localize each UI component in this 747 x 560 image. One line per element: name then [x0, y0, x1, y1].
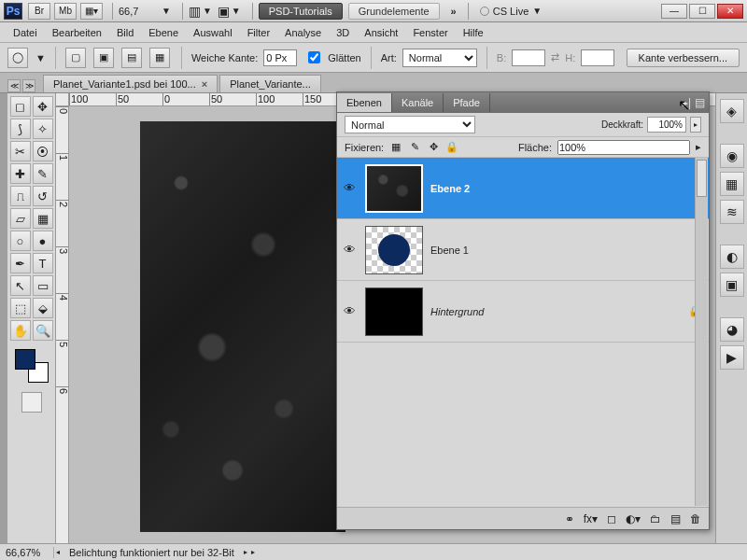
menu-hilfe[interactable]: Hilfe [456, 25, 491, 40]
zoom-dropdown-icon[interactable]: ▼ [162, 6, 171, 16]
menu-datei[interactable]: Datei [6, 25, 45, 40]
crop-tool[interactable]: ✂ [10, 141, 31, 161]
menu-bearbeiten[interactable]: Bearbeiten [45, 25, 109, 40]
path-select-tool[interactable]: ↖ [10, 275, 31, 296]
arrange-icon[interactable]: ▥ [189, 4, 201, 19]
style-select[interactable]: Normal [402, 49, 477, 67]
layer-row[interactable]: 👁 Hintergrund 🔒 [337, 281, 709, 343]
screenmode-icon[interactable]: ▣ [218, 4, 230, 19]
refine-edge-button[interactable]: Kante verbessern... [627, 49, 740, 67]
close-tab-icon[interactable]: × [202, 78, 207, 90]
fill-input[interactable] [557, 140, 690, 155]
status-nav-right-icon[interactable]: ▸ [244, 548, 247, 556]
3d-camera-tool[interactable]: ⬙ [33, 298, 53, 318]
actions-dock-icon[interactable]: ▶ [720, 345, 744, 370]
panel-scrollbar[interactable] [695, 158, 708, 506]
menu-fenster[interactable]: Fenster [405, 25, 455, 40]
delete-layer-icon[interactable]: 🗑 [690, 512, 701, 525]
layer-name[interactable]: Ebene 1 [430, 245, 705, 256]
doc-tab-2[interactable]: Planet_Variante... [219, 75, 321, 92]
feather-input[interactable] [263, 49, 297, 66]
eraser-tool[interactable]: ▱ [10, 208, 31, 229]
add-selection-icon[interactable]: ▣ [93, 48, 114, 68]
blur-tool[interactable]: ○ [10, 231, 31, 251]
tab-scroll-right-icon[interactable]: ≫ [22, 79, 35, 92]
lock-all-icon[interactable]: 🔒 [445, 141, 458, 154]
stamp-tool[interactable]: ⎍ [10, 186, 31, 206]
menu-ebene[interactable]: Ebene [141, 25, 186, 40]
layout-dropdown[interactable]: ▦▾ [80, 3, 103, 20]
minimize-button[interactable]: — [661, 4, 687, 19]
move-tool[interactable]: ✥ [33, 96, 53, 117]
3d-tool[interactable]: ⬚ [10, 298, 31, 318]
new-layer-icon[interactable]: ▤ [670, 512, 681, 525]
lock-position-icon[interactable]: ✥ [427, 141, 440, 154]
maximize-button[interactable]: ☐ [689, 4, 715, 19]
heal-tool[interactable]: ✚ [10, 163, 31, 184]
bridge-button[interactable]: Br [28, 3, 50, 20]
masks-dock-icon[interactable]: ▣ [720, 273, 744, 297]
hand-tool[interactable]: ✋ [10, 320, 31, 341]
zoom-tool[interactable]: 🔍 [33, 320, 53, 341]
swatches-dock-icon[interactable]: ▦ [720, 172, 744, 196]
layer-name[interactable]: Hintergrund [430, 306, 688, 317]
adjustment-layer-icon[interactable]: ◐▾ [626, 512, 641, 525]
wand-tool[interactable]: ✧ [33, 119, 53, 139]
tab-kanaele[interactable]: Kanäle [392, 93, 444, 112]
layers-dock-icon[interactable]: ◈ [720, 99, 744, 123]
visibility-icon[interactable]: 👁 [341, 181, 358, 195]
layer-thumbnail[interactable] [365, 226, 423, 274]
active-tool-icon[interactable]: ◯ [7, 48, 28, 68]
pen-tool[interactable]: ✒ [10, 253, 31, 273]
eyedropper-tool[interactable]: ⦿ [33, 141, 53, 161]
lock-transparent-icon[interactable]: ▦ [389, 141, 402, 154]
workspace-more-icon[interactable]: » [451, 6, 457, 17]
visibility-icon[interactable]: 👁 [341, 243, 358, 257]
lock-pixels-icon[interactable]: ✎ [408, 141, 421, 154]
color-swatches[interactable] [15, 349, 49, 383]
history-dock-icon[interactable]: ◕ [720, 317, 744, 342]
fill-stepper[interactable]: ▸ [696, 141, 701, 153]
tab-pfade[interactable]: Pfade [444, 93, 490, 112]
menu-filter[interactable]: Filter [240, 25, 277, 40]
new-selection-icon[interactable]: ▢ [65, 48, 86, 68]
menu-bild[interactable]: Bild [109, 25, 141, 40]
status-nav-left-icon[interactable]: ◂ [56, 548, 60, 556]
ruler-vertical[interactable]: 0123456 [56, 106, 69, 543]
menu-ansicht[interactable]: Ansicht [357, 25, 405, 40]
antialias-checkbox[interactable] [308, 51, 320, 63]
dodge-tool[interactable]: ● [33, 231, 53, 251]
status-zoom[interactable]: 66,67% [6, 547, 54, 558]
doc-tab-1[interactable]: Planet_Variante1.psd bei 100...× [43, 75, 218, 92]
opacity-stepper[interactable]: ▸ [690, 117, 701, 133]
workspace-psd-tutorials[interactable]: PSD-Tutorials [259, 3, 343, 20]
workspace-grundelemente[interactable]: Grundelemente [348, 3, 440, 20]
foreground-swatch[interactable] [15, 349, 35, 370]
shape-tool[interactable]: ▭ [33, 275, 53, 296]
close-button[interactable]: ✕ [717, 4, 743, 19]
document-canvas[interactable] [140, 121, 345, 532]
quickmask-button[interactable] [21, 392, 42, 413]
styles-dock-icon[interactable]: ≋ [720, 200, 744, 224]
tab-ebenen[interactable]: Ebenen [337, 93, 392, 112]
type-tool[interactable]: T [33, 253, 53, 273]
tab-scroll-left-icon[interactable]: ≪ [7, 79, 21, 92]
menu-auswahl[interactable]: Auswahl [186, 25, 240, 40]
marquee-tool[interactable]: ◻ [10, 96, 31, 117]
menu-analyse[interactable]: Analyse [277, 25, 329, 40]
subtract-selection-icon[interactable]: ▤ [121, 48, 142, 68]
mask-icon[interactable]: ◻ [607, 512, 616, 525]
adjustments-dock-icon[interactable]: ◐ [720, 245, 744, 269]
brush-tool[interactable]: ✎ [33, 163, 53, 184]
color-dock-icon[interactable]: ◉ [720, 144, 744, 168]
zoom-value[interactable]: 66,7 [119, 6, 156, 17]
layer-row[interactable]: 👁 Ebene 1 [337, 219, 709, 281]
panel-collapse-icon[interactable]: ▸| [683, 96, 691, 109]
panel-menu-icon[interactable]: ▤ [695, 96, 705, 109]
layer-thumbnail[interactable] [365, 287, 423, 336]
layer-name[interactable]: Ebene 2 [430, 183, 705, 194]
minibridge-button[interactable]: Mb [54, 3, 77, 20]
menu-3d[interactable]: 3D [329, 25, 357, 40]
layer-row[interactable]: 👁 Ebene 2 [337, 158, 709, 219]
history-brush-tool[interactable]: ↺ [33, 186, 53, 206]
